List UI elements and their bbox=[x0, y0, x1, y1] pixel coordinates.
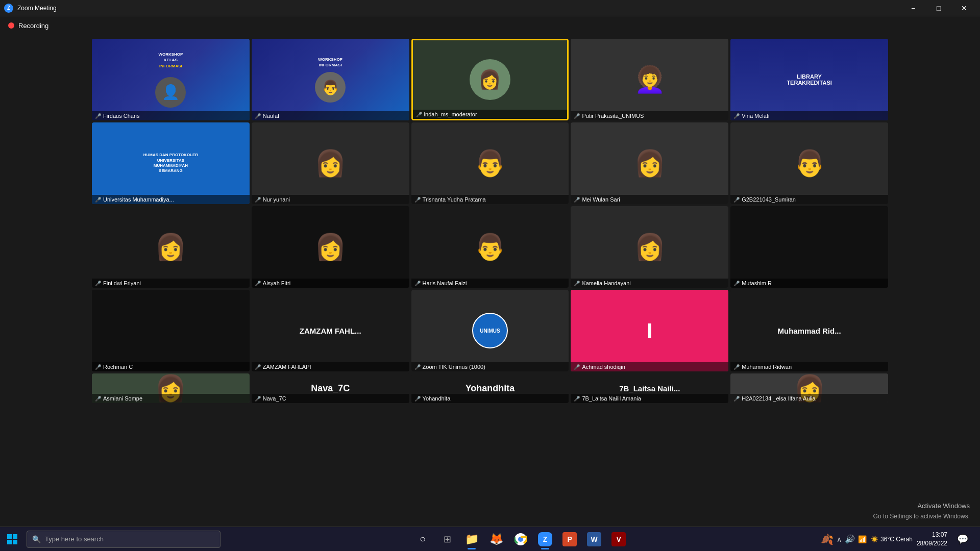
activate-windows-watermark: Activate Windows Go to Settings to activ… bbox=[873, 501, 970, 521]
close-button[interactable]: ✕ bbox=[952, 0, 976, 16]
speaker-icon: 🔊 bbox=[845, 534, 855, 544]
search-bar[interactable]: 🔍 Type here to search bbox=[27, 531, 220, 548]
participant-tile-4[interactable]: 👩‍🦱 🎤 Putir Prakasita_UNIMUS bbox=[571, 39, 728, 120]
cortana-button[interactable]: ○ bbox=[411, 528, 434, 550]
minimize-button[interactable]: − bbox=[901, 0, 925, 16]
weather-icon: ☀️ bbox=[871, 536, 878, 543]
mute-icon-2: 🎤 bbox=[255, 113, 261, 119]
search-input[interactable]: Type here to search bbox=[45, 535, 104, 543]
participant-label-16: 🎤 Rochman C bbox=[92, 362, 250, 371]
mute-icon-15: 🎤 bbox=[733, 281, 740, 286]
participant-tile-18[interactable]: UNIMUS 🎤 Zoom TIK Unimus (1000) bbox=[411, 290, 569, 371]
participant-label-22: 🎤 Nava_7C bbox=[252, 394, 409, 403]
mute-icon-4: 🎤 bbox=[574, 113, 580, 119]
mute-icon-23: 🎤 bbox=[414, 396, 421, 402]
weather-temp: 36°C Cerah bbox=[880, 536, 913, 543]
participant-tile-6[interactable]: HUMAS DAN PROTOKOLERUNIVERSITASMUHAMMADI… bbox=[92, 122, 250, 204]
participant-tile-13[interactable]: 👨 🎤 Haris Naufal Faizi bbox=[411, 206, 569, 288]
participant-label-20: 🎤 Muhammad Ridwan bbox=[730, 362, 888, 371]
participant-tile-11[interactable]: 👩 🎤 Fini dwi Eriyani bbox=[92, 206, 250, 288]
mute-icon-17: 🎤 bbox=[255, 364, 261, 370]
search-icon: 🔍 bbox=[32, 535, 41, 543]
participant-tile-9[interactable]: 👩 🎤 Mei Wulan Sari bbox=[571, 122, 728, 204]
recording-label: Recording bbox=[18, 22, 48, 30]
mute-icon-25: 🎤 bbox=[733, 396, 740, 402]
participant-tile-17[interactable]: ZAMZAM FAHL... 🎤 ZAMZAM FAHLAPI bbox=[252, 290, 409, 371]
participant-tile-7[interactable]: 👩 🎤 Nur yunani bbox=[252, 122, 409, 204]
participant-tile-24[interactable]: 7B_Laitsa Naili... 🎤 7B_Laitsa Nailil Am… bbox=[571, 373, 728, 403]
participant-label-7: 🎤 Nur yunani bbox=[252, 195, 409, 204]
mute-icon-20: 🎤 bbox=[733, 364, 740, 370]
participant-label-21: 🎤 Asmiani Sompe bbox=[92, 394, 250, 403]
participant-tile-20[interactable]: Muhammad Rid... 🎤 Muhammad Ridwan bbox=[730, 290, 888, 371]
mute-icon-9: 🎤 bbox=[574, 197, 580, 203]
velvet-button[interactable]: V bbox=[607, 528, 630, 550]
participant-label-11: 🎤 Fini dwi Eriyani bbox=[92, 279, 250, 288]
mute-icon-14: 🎤 bbox=[574, 281, 580, 286]
mute-icon-5: 🎤 bbox=[733, 113, 740, 119]
mute-icon-7: 🎤 bbox=[255, 197, 261, 203]
decorative-icon: 🍂 bbox=[821, 533, 834, 545]
participant-label-6: 🎤 Universitas Muhammadiya... bbox=[92, 195, 250, 204]
participant-tile-3[interactable]: 👩 🎤 indah_ms_moderator bbox=[411, 39, 569, 120]
svg-rect-0 bbox=[7, 534, 12, 539]
participant-tile-5[interactable]: LIBRARY TERAKREDITASI 🎤 Vina Melati bbox=[730, 39, 888, 120]
mute-icon-8: 🎤 bbox=[414, 197, 421, 203]
file-explorer-button[interactable]: 📁 bbox=[460, 528, 483, 550]
participant-label-2: 🎤 Naufal bbox=[252, 111, 409, 120]
participant-tile-12[interactable]: 👩 🎤 Aisyah Fitri bbox=[252, 206, 409, 288]
participant-label-4: 🎤 Putir Prakasita_UNIMUS bbox=[571, 111, 728, 120]
powerpoint-button[interactable]: P bbox=[558, 528, 581, 550]
participant-label-3: 🎤 indah_ms_moderator bbox=[413, 110, 568, 119]
participant-label-23: 🎤 Yohandhita bbox=[411, 394, 569, 403]
participant-label-18: 🎤 Zoom TIK Unimus (1000) bbox=[411, 362, 569, 371]
mute-icon-3: 🎤 bbox=[416, 112, 422, 117]
participant-label-17: 🎤 ZAMZAM FAHLAPI bbox=[252, 362, 409, 371]
participant-tile-15[interactable]: 🎤 Mutashim R bbox=[730, 206, 888, 288]
recording-bar: Recording bbox=[0, 16, 980, 35]
participant-tile-25[interactable]: 👩 🎤 H2A022134 _elsa Ilfana Aulia bbox=[730, 373, 888, 403]
mute-icon-6: 🎤 bbox=[95, 197, 101, 203]
participant-tile-2[interactable]: WORKSHOPINFORMASI 👨 🎤 Naufal bbox=[252, 39, 409, 120]
network-icon: ∧ bbox=[837, 535, 842, 543]
zoom-button[interactable]: Z bbox=[534, 528, 556, 550]
taskbar-right: 🍂 ∧ 🔊 📶 ☀️ 36°C Cerah 13:07 28/09/2022 💬 bbox=[821, 528, 980, 550]
window-title: Zoom Meeting bbox=[17, 5, 57, 12]
mute-icon-13: 🎤 bbox=[414, 281, 421, 286]
participant-tile-14[interactable]: 👩 🎤 Kamelia Handayani bbox=[571, 206, 728, 288]
participant-label-12: 🎤 Aisyah Fitri bbox=[252, 279, 409, 288]
weather-widget: ☀️ 36°C Cerah bbox=[871, 536, 913, 543]
participant-tile-8[interactable]: 👨 🎤 Trisnanta Yudha Pratama bbox=[411, 122, 569, 204]
mute-icon-19: 🎤 bbox=[574, 364, 580, 370]
network-wifi-icon: 📶 bbox=[858, 535, 867, 543]
participant-tile-1[interactable]: WORKSHOPKELASINFORMASI 👤 🎤 Firdaus Chari… bbox=[92, 39, 250, 120]
participant-tile-10[interactable]: 👨 🎤 G2B221043_Sumiran bbox=[730, 122, 888, 204]
participant-tile-19[interactable]: I 🎤 Achmad shodiqin bbox=[571, 290, 728, 371]
mute-icon-21: 🎤 bbox=[95, 396, 101, 402]
mute-icon-18: 🎤 bbox=[414, 364, 421, 370]
mute-icon-12: 🎤 bbox=[255, 281, 261, 286]
notification-button[interactable]: 💬 bbox=[951, 528, 974, 550]
video-grid: WORKSHOPKELASINFORMASI 👤 🎤 Firdaus Chari… bbox=[0, 39, 980, 403]
word-button[interactable]: W bbox=[583, 528, 605, 550]
taskbar: 🔍 Type here to search ○ ⊞ 📁 🦊 bbox=[0, 527, 980, 551]
participant-label-1: 🎤 Firdaus Charis bbox=[92, 111, 250, 120]
participant-tile-22[interactable]: Nava_7C 🎤 Nava_7C bbox=[252, 373, 409, 403]
participant-label-24: 🎤 7B_Laitsa Nailil Amania bbox=[571, 394, 728, 403]
firefox-button[interactable]: 🦊 bbox=[485, 528, 507, 550]
svg-rect-2 bbox=[7, 540, 12, 544]
participant-label-10: 🎤 G2B221043_Sumiran bbox=[730, 195, 888, 204]
participant-tile-23[interactable]: Yohandhita 🎤 Yohandhita bbox=[411, 373, 569, 403]
participant-label-13: 🎤 Haris Naufal Faizi bbox=[411, 279, 569, 288]
maximize-button[interactable]: □ bbox=[927, 0, 950, 16]
taskview-button[interactable]: ⊞ bbox=[436, 528, 458, 550]
svg-rect-1 bbox=[13, 534, 17, 539]
chrome-button[interactable] bbox=[509, 528, 532, 550]
clock: 13:07 28/09/2022 bbox=[917, 531, 947, 548]
start-button[interactable] bbox=[0, 527, 24, 552]
mute-icon-24: 🎤 bbox=[574, 396, 580, 402]
participant-tile-21[interactable]: 👩 🎤 Asmiani Sompe bbox=[92, 373, 250, 403]
mute-icon-11: 🎤 bbox=[95, 281, 101, 286]
participant-tile-16[interactable]: 🎤 Rochman C bbox=[92, 290, 250, 371]
system-tray: 🍂 ∧ 🔊 📶 bbox=[821, 533, 867, 545]
